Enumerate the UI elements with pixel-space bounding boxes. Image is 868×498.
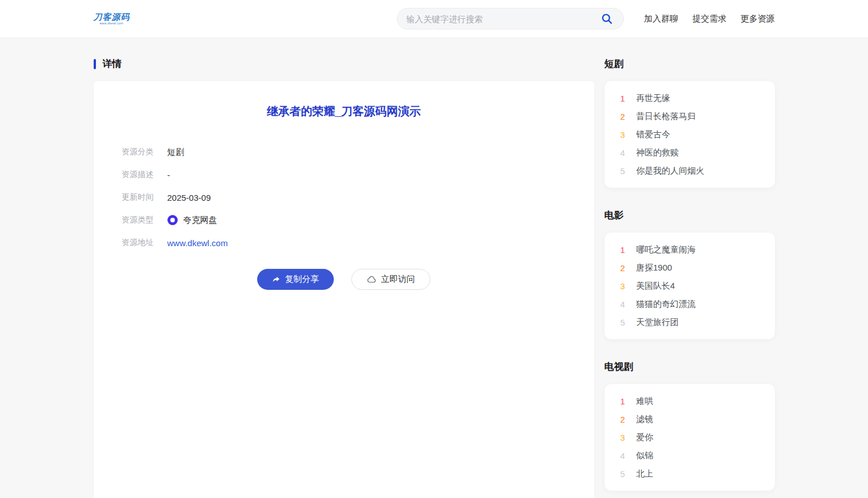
field-row-category: 资源分类 短剧 (122, 141, 566, 163)
list-item[interactable]: 2 昔日长枪落马归 (605, 107, 775, 125)
rank-title: 北上 (636, 469, 653, 479)
list-item[interactable]: 5 你是我的人间烟火 (605, 162, 775, 180)
rank-title: 哪吒之魔童闹海 (636, 244, 696, 255)
visit-now-label: 立即访问 (381, 274, 415, 285)
field-label: 更新时间 (122, 192, 167, 202)
rank-number: 5 (620, 469, 630, 479)
search-bar (397, 8, 624, 29)
rank-number: 2 (620, 263, 630, 273)
rank-number: 3 (620, 130, 630, 140)
page: 刀客源码 www.dkewl.com 加入群聊 提交需求 更多资源 (0, 0, 868, 498)
field-value-update-time: 2025-03-09 (167, 193, 211, 202)
rank-title: 滤镜 (636, 414, 653, 425)
field-label: 资源分类 (122, 147, 167, 157)
rank-number: 1 (620, 245, 630, 255)
detail-card: 继承者的荣耀_刀客源码网演示 资源分类 短剧 资源描述 - 更新时间 2025-… (94, 81, 594, 498)
rank-number: 3 (620, 281, 630, 291)
list-item[interactable]: 3 美国队长4 (605, 277, 775, 295)
rank-card: 1 再世无缘 2 昔日长枪落马归 3 错爱古今 4 神医的救赎 (605, 81, 775, 188)
rank-title: 美国队长4 (636, 281, 675, 292)
rank-title: 错爱古今 (636, 129, 670, 140)
sidebar: 短剧 1 再世无缘 2 昔日长枪落马归 3 错爱古今 4 (605, 57, 775, 498)
list-item[interactable]: 5 天堂旅行团 (605, 313, 775, 331)
rank-number: 1 (620, 396, 630, 406)
list-item[interactable]: 1 哪吒之魔童闹海 (605, 240, 775, 259)
logo-title: 刀客源码 (94, 12, 130, 22)
rank-title: 神医的救赎 (636, 147, 679, 158)
visit-now-button[interactable]: 立即访问 (351, 269, 430, 290)
detail-section-head: 详情 (94, 57, 594, 70)
field-row-update-time: 更新时间 2025-03-09 (122, 186, 566, 209)
sidebar-section-title: 电影 (605, 209, 775, 222)
copy-share-button[interactable]: 复制分享 (257, 269, 334, 290)
cloud-icon (367, 275, 376, 284)
resource-url-link[interactable]: www.dkewl.com (167, 238, 228, 248)
rank-number: 5 (620, 318, 630, 327)
list-item[interactable]: 2 滤镜 (605, 410, 775, 428)
field-row-resource-url: 资源地址 www.dkewl.com (122, 231, 566, 254)
sidebar-section-title: 短剧 (605, 57, 775, 70)
rank-card: 1 哪吒之魔童闹海 2 唐探1900 3 美国队长4 4 猫猫的奇幻漂流 (605, 233, 775, 339)
header-nav: 加入群聊 提交需求 更多资源 (644, 14, 775, 24)
list-item[interactable]: 2 唐探1900 (605, 259, 775, 277)
list-item[interactable]: 3 爱你 (605, 428, 775, 446)
rank-title: 唐探1900 (636, 263, 672, 273)
list-item[interactable]: 1 再世无缘 (605, 89, 775, 107)
rank-title: 难哄 (636, 396, 653, 407)
list-item[interactable]: 3 错爱古今 (605, 125, 775, 144)
field-value-description: - (167, 170, 170, 180)
rank-number: 3 (620, 433, 630, 442)
sidebar-section-duanju: 短剧 1 再世无缘 2 昔日长枪落马归 3 错爱古今 4 (605, 57, 775, 188)
detail-section-title: 详情 (103, 57, 122, 70)
list-item[interactable]: 4 猫猫的奇幻漂流 (605, 295, 775, 313)
search-icon[interactable] (599, 11, 614, 26)
field-value-category: 短剧 (167, 147, 184, 158)
rank-number: 2 (620, 112, 630, 121)
rank-title: 再世无缘 (636, 93, 670, 104)
rank-card: 1 难哄 2 滤镜 3 爱你 4 似锦 (605, 384, 775, 491)
nav-submit-request[interactable]: 提交需求 (693, 14, 727, 24)
rank-title: 爱你 (636, 432, 653, 443)
rank-title: 猫猫的奇幻漂流 (636, 299, 696, 310)
rank-title: 你是我的人间烟火 (636, 166, 705, 176)
rank-title: 昔日长枪落马归 (636, 111, 696, 122)
nav-join-group[interactable]: 加入群聊 (644, 14, 678, 24)
share-icon (272, 275, 280, 284)
rank-number: 2 (620, 415, 630, 424)
logo-subtitle: www.dkewl.com (99, 22, 123, 26)
rank-title: 似锦 (636, 450, 653, 461)
list-item[interactable]: 1 难哄 (605, 392, 775, 410)
rank-number: 5 (620, 166, 630, 176)
copy-share-label: 复制分享 (285, 274, 319, 285)
rank-number: 4 (620, 451, 630, 461)
section-accent-bar (94, 59, 96, 69)
nav-more-resources[interactable]: 更多资源 (741, 14, 775, 24)
field-label: 资源类型 (122, 215, 167, 225)
site-logo[interactable]: 刀客源码 www.dkewl.com (94, 12, 130, 25)
top-header: 刀客源码 www.dkewl.com 加入群聊 提交需求 更多资源 (0, 0, 868, 38)
list-item[interactable]: 5 北上 (605, 465, 775, 483)
field-row-resource-type: 资源类型 夸克网盘 (122, 209, 566, 231)
field-label: 资源地址 (122, 238, 167, 248)
search-input[interactable] (406, 14, 599, 24)
rank-title: 天堂旅行团 (636, 317, 679, 328)
resource-title: 继承者的荣耀_刀客源码网演示 (122, 104, 566, 119)
field-row-description: 资源描述 - (122, 163, 566, 186)
rank-number: 1 (620, 94, 630, 103)
quark-disk-icon (167, 215, 178, 225)
field-value-resource-type: 夸克网盘 (183, 215, 217, 226)
field-label: 资源描述 (122, 170, 167, 180)
rank-number: 4 (620, 299, 630, 309)
rank-number: 4 (620, 148, 630, 158)
sidebar-section-title: 电视剧 (605, 360, 775, 373)
sidebar-section-movies: 电影 1 哪吒之魔童闹海 2 唐探1900 3 美国队长4 (605, 209, 775, 339)
list-item[interactable]: 4 神医的救赎 (605, 144, 775, 162)
sidebar-section-tv: 电视剧 1 难哄 2 滤镜 3 爱你 4 (605, 360, 775, 491)
list-item[interactable]: 4 似锦 (605, 446, 775, 465)
